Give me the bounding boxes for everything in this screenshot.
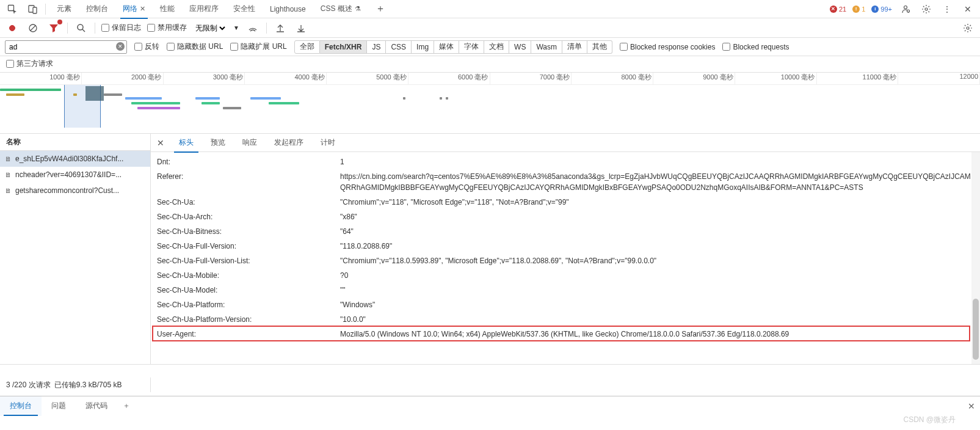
header-value: Mozilla/5.0 (Windows NT 10.0; Win64; x64… <box>340 329 974 340</box>
type-filter-字体[interactable]: 字体 <box>459 40 484 54</box>
type-filter-文档[interactable]: 文档 <box>484 40 509 54</box>
timeline-tick: 9000 毫秒 <box>653 73 735 84</box>
type-filter-Wasm[interactable]: Wasm <box>531 40 562 54</box>
type-filter-其他[interactable]: 其他 <box>587 40 612 54</box>
type-filter-WS[interactable]: WS <box>509 40 531 54</box>
type-filter-CSS[interactable]: CSS <box>386 40 412 54</box>
add-tab-icon[interactable]: ＋ <box>372 1 389 18</box>
close-devtools-icon[interactable]: ✕ <box>959 1 976 18</box>
timeline-tick: 8000 毫秒 <box>572 73 653 84</box>
type-filter-媒体[interactable]: 媒体 <box>434 40 459 54</box>
type-filter-JS[interactable]: JS <box>367 40 386 54</box>
record-button[interactable] <box>5 21 20 35</box>
header-value: "x86" <box>340 211 974 222</box>
main-tab-3[interactable]: 性能 <box>153 0 182 18</box>
request-count: 3 /220 次请求 <box>6 380 51 390</box>
screenshot-thumb <box>85 86 104 101</box>
timeline-tick: 10000 毫秒 <box>735 73 817 84</box>
detail-tab-0[interactable]: 标头 <box>170 134 202 152</box>
separator <box>45 4 46 15</box>
request-name: e_shLEp5vW4Adi0l308KfaJChf... <box>15 155 123 163</box>
timeline-tick: 4000 毫秒 <box>245 73 327 84</box>
header-value: 1 <box>340 156 974 167</box>
blocked-requests-checkbox[interactable]: Blocked requests <box>722 43 789 51</box>
header-name: User-Agent: <box>157 329 340 340</box>
search-icon[interactable] <box>74 21 89 35</box>
transferred-size: 已传输9.3 kB/705 kB <box>54 380 122 390</box>
detail-tab-1[interactable]: 预览 <box>202 134 234 152</box>
type-filter-清单[interactable]: 清单 <box>562 40 587 54</box>
settings-gear-icon[interactable] <box>918 1 935 18</box>
header-row: Sec-Ch-Ua-Platform:"Windows" <box>151 297 980 312</box>
drawer-add-tab-icon[interactable]: ＋ <box>117 401 136 411</box>
clear-icon[interactable] <box>26 21 40 35</box>
header-row: Sec-Ch-Ua-Full-Version-List:"Chromium";v… <box>151 253 980 268</box>
error-badge[interactable]: ✕21 <box>829 5 848 13</box>
drawer-tab-1[interactable]: 问题 <box>42 396 76 416</box>
detail-tab-4[interactable]: 计时 <box>312 134 344 152</box>
invert-checkbox[interactable]: 反转 <box>134 42 159 52</box>
drawer-close-icon[interactable]: ✕ <box>963 401 980 411</box>
request-row[interactable]: 🗎getsharecommoncontrol?Cust... <box>0 183 150 199</box>
header-name: Dnt: <box>157 156 340 167</box>
timeline-bars <box>0 85 980 128</box>
import-har-icon[interactable] <box>273 21 288 35</box>
info-badge[interactable]: i99+ <box>870 5 893 13</box>
blocked-cookies-checkbox[interactable]: Blocked response cookies <box>620 43 715 51</box>
main-tab-2[interactable]: 网络✕ <box>115 0 153 18</box>
type-filter-Img[interactable]: Img <box>412 40 434 54</box>
headers-body: Dnt:1Referer:https://cn.bing.com/search?… <box>151 152 980 364</box>
timeline-tick: 11000 毫秒 <box>817 73 899 84</box>
tab-close-icon[interactable]: ✕ <box>140 5 145 13</box>
drawer-tab-0[interactable]: 控制台 <box>0 396 42 416</box>
hide-ext-url-checkbox[interactable]: 隐藏扩展 URL <box>230 42 286 52</box>
filter-funnel-icon[interactable] <box>46 21 61 35</box>
devtools-main-tabs: 元素控制台网络✕性能应用程序安全性LighthouseCSS 概述 ⚗ ＋ ✕2… <box>0 0 980 18</box>
main-tab-1[interactable]: 控制台 <box>79 0 115 18</box>
main-tab-4[interactable]: 应用程序 <box>182 0 226 18</box>
disable-cache-checkbox[interactable]: 禁用缓存 <box>147 23 187 33</box>
main-tab-5[interactable]: 安全性 <box>226 0 263 18</box>
filter-input[interactable] <box>5 40 127 54</box>
header-name: Sec-Ch-Ua-Bitness: <box>157 226 340 237</box>
timeline-tick: 7000 毫秒 <box>490 73 572 84</box>
timeline-tick: 2000 毫秒 <box>82 73 164 84</box>
type-filter-Fetch/XHR[interactable]: Fetch/XHR <box>320 40 368 54</box>
throttling-select[interactable]: 无限制 <box>193 23 227 33</box>
file-icon: 🗎 <box>5 187 12 194</box>
network-settings-gear-icon[interactable] <box>960 21 975 35</box>
svg-point-3 <box>904 5 907 9</box>
inspect-element-icon[interactable] <box>4 1 21 18</box>
main-tab-7[interactable]: CSS 概述 ⚗ <box>313 0 368 18</box>
request-row[interactable]: 🗎ncheader?ver=40691307&IID=... <box>0 167 150 183</box>
header-name: Sec-Ch-Ua-Full-Version: <box>157 241 340 252</box>
type-filter-全部[interactable]: 全部 <box>294 40 320 54</box>
more-menu-icon[interactable]: ⋮ <box>938 1 956 18</box>
timeline-waterfall[interactable]: 1000 毫秒2000 毫秒3000 毫秒4000 毫秒5000 毫秒6000 … <box>0 73 980 134</box>
device-toggle-icon[interactable] <box>24 1 42 18</box>
third-party-checkbox[interactable]: 第三方请求 <box>6 59 53 69</box>
network-conditions-icon[interactable] <box>245 21 260 35</box>
network-status-bar: 3 /220 次请求 已传输9.3 kB/705 kB <box>0 377 151 392</box>
detail-tab-3[interactable]: 发起程序 <box>266 134 312 152</box>
request-row[interactable]: 🗎e_shLEp5vW4Adi0l308KfaJChf... <box>0 151 150 167</box>
svg-point-8 <box>967 27 969 29</box>
vertical-scrollbar[interactable] <box>971 152 980 364</box>
preserve-log-checkbox[interactable]: 保留日志 <box>101 23 141 33</box>
main-tab-6[interactable]: Lighthouse <box>263 0 313 18</box>
export-har-icon[interactable] <box>294 21 308 35</box>
file-icon: 🗎 <box>5 171 12 178</box>
timeline-tick: 12000 <box>898 73 980 84</box>
column-header-name[interactable]: 名称 <box>0 134 150 151</box>
profile-icon[interactable] <box>897 1 914 18</box>
main-tab-0[interactable]: 元素 <box>49 0 79 18</box>
header-row: User-Agent:Mozilla/5.0 (Windows NT 10.0;… <box>151 327 980 341</box>
clear-filter-icon[interactable]: ✕ <box>116 42 125 51</box>
header-value: https://cn.bing.com/search?q=centos7%E5%… <box>340 171 974 193</box>
header-value: "118.0.2088.69" <box>340 241 974 252</box>
close-detail-icon[interactable]: ✕ <box>151 134 170 152</box>
detail-tab-2[interactable]: 响应 <box>234 134 266 152</box>
warning-badge[interactable]: !1 <box>851 5 866 13</box>
drawer-tab-2[interactable]: 源代码 <box>76 396 117 416</box>
hide-data-url-checkbox[interactable]: 隐藏数据 URL <box>167 42 223 52</box>
